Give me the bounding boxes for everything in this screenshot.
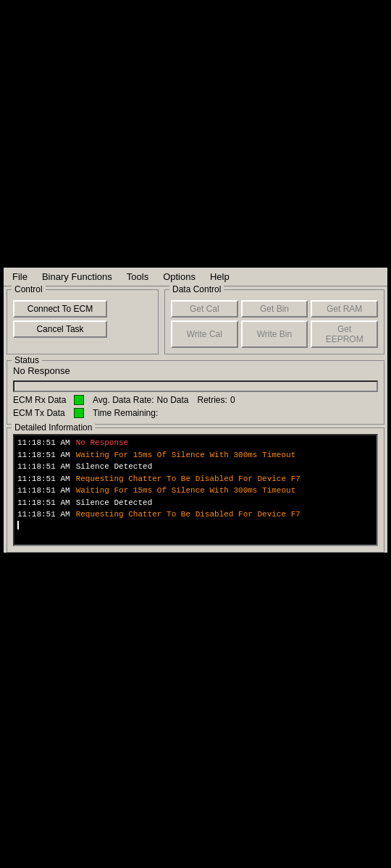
ecm-tx-indicator: ECM Tx Data	[13, 408, 84, 418]
log-message: No Response	[76, 437, 129, 449]
time-remaining-label: Time Remaining:	[93, 408, 158, 418]
control-panel: Control Connect To ECM Cancel Task	[7, 289, 159, 354]
log-message: Requesting Chatter To Be Disabled For De…	[76, 509, 300, 521]
retries-row: Retries: 0	[198, 395, 235, 405]
get-eeprom-button[interactable]: Get EEPROM	[311, 320, 378, 348]
cursor	[17, 521, 19, 529]
data-control-panel: Data Control Get Cal Get Bin Get RAM Wri…	[164, 289, 384, 354]
log-line: 11:18:51 AMSilence Detected	[17, 497, 374, 509]
log-message: Waiting For 15ms Of Silence With 300ms T…	[76, 449, 296, 461]
write-bin-button[interactable]: Write Bin	[241, 320, 308, 348]
log-time: 11:18:51 AM	[17, 473, 70, 485]
log-line: 11:18:51 AMWaiting For 15ms Of Silence W…	[17, 449, 374, 461]
log-message: Silence Detected	[76, 497, 153, 509]
menu-binary-functions[interactable]: Binary Functions	[38, 270, 117, 284]
avg-data-rate-row: Avg. Data Rate: No Data	[93, 395, 189, 405]
log-line: 11:18:51 AMNo Response	[17, 437, 374, 449]
ecm-rx-led	[74, 395, 84, 405]
menu-tools[interactable]: Tools	[122, 270, 153, 284]
detailed-panel-legend: Detailed Information	[12, 422, 95, 433]
status-panel-legend: Status	[12, 355, 42, 365]
ecm-tx-led	[74, 408, 84, 418]
time-remaining-row: Time Remaining:	[93, 408, 189, 418]
log-line: 11:18:51 AMSilence Detected	[17, 461, 374, 473]
menu-options[interactable]: Options	[159, 270, 200, 284]
log-time: 11:18:51 AM	[17, 509, 70, 521]
log-time: 11:18:51 AM	[17, 485, 70, 497]
log-box[interactable]: 11:18:51 AMNo Response11:18:51 AMWaiting…	[13, 434, 378, 546]
get-cal-button[interactable]: Get Cal	[171, 300, 238, 318]
no-response-label: No Response	[13, 364, 378, 378]
log-line: 11:18:51 AMRequesting Chatter To Be Disa…	[17, 473, 374, 485]
status-panel: Status No Response ECM Rx Data ECM Tx Da…	[7, 360, 384, 425]
log-line: 11:18:51 AMWaiting For 15ms Of Silence W…	[17, 485, 374, 497]
control-panel-legend: Control	[12, 284, 46, 294]
log-message: Requesting Chatter To Be Disabled For De…	[76, 473, 300, 485]
ecm-rx-label: ECM Rx Data	[13, 395, 71, 405]
ecm-tx-label: ECM Tx Data	[13, 408, 71, 418]
data-rate-column: Avg. Data Rate: No Data Time Remaining:	[93, 395, 189, 418]
connect-to-ecm-button[interactable]: Connect To ECM	[13, 300, 107, 318]
menu-file[interactable]: File	[8, 270, 32, 284]
cancel-task-button[interactable]: Cancel Task	[13, 320, 107, 338]
progress-bar	[13, 380, 378, 392]
avg-data-rate-label: Avg. Data Rate:	[93, 395, 154, 405]
detailed-panel: Detailed Information 11:18:51 AMNo Respo…	[7, 427, 384, 553]
log-time: 11:18:51 AM	[17, 449, 70, 461]
retries-value: 0	[230, 395, 235, 405]
get-bin-button[interactable]: Get Bin	[241, 300, 308, 318]
log-time: 11:18:51 AM	[17, 437, 70, 449]
log-message: Silence Detected	[76, 461, 153, 473]
log-time: 11:18:51 AM	[17, 497, 70, 509]
indicators-column: ECM Rx Data ECM Tx Data	[13, 395, 84, 418]
ecm-rx-indicator: ECM Rx Data	[13, 395, 84, 405]
log-message: Waiting For 15ms Of Silence With 300ms T…	[76, 485, 296, 497]
avg-data-rate-value: No Data	[157, 395, 189, 405]
log-time: 11:18:51 AM	[17, 461, 70, 473]
data-control-panel-legend: Data Control	[169, 284, 224, 294]
menu-help[interactable]: Help	[206, 270, 234, 284]
retries-label: Retries:	[198, 395, 227, 405]
get-ram-button[interactable]: Get RAM	[311, 300, 378, 318]
write-cal-button[interactable]: Write Cal	[171, 320, 238, 348]
retries-column: Retries: 0	[198, 395, 235, 405]
log-line: 11:18:51 AMRequesting Chatter To Be Disa…	[17, 509, 374, 521]
